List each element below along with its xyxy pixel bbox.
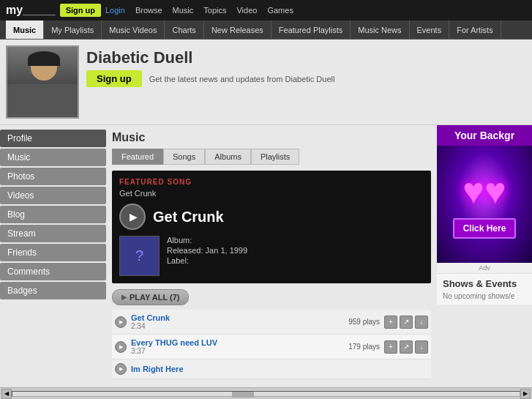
song-download-button-0[interactable]: ↓: [415, 316, 428, 329]
body-content: Profile Music Photos Videos Blog Stream …: [0, 125, 532, 387]
top-signup-button[interactable]: Sign up: [60, 4, 101, 17]
nav-music[interactable]: Music: [173, 6, 194, 15]
song-share-button-1[interactable]: ↗: [400, 340, 413, 354]
song-plays-0: 959 plays: [348, 318, 380, 326]
avatar-inner: [7, 47, 78, 117]
tab-featured[interactable]: Featured: [112, 149, 163, 165]
avatar: [6, 45, 79, 119]
song-play-button-0[interactable]: [115, 316, 127, 328]
background-image-area: ♥♥ Click Here: [437, 146, 532, 263]
adv-label: Adv: [437, 263, 532, 274]
shows-events-section: Shows & Events No upcoming shows/e: [437, 274, 532, 305]
sidebar-item-friends[interactable]: Friends: [0, 244, 106, 261]
top-nav-links: Browse Music Topics Video Games: [135, 6, 293, 15]
scroll-right-arrow[interactable]: ▶: [520, 389, 531, 399]
scrollbar-thumb[interactable]: [232, 392, 254, 398]
second-nav-playlists[interactable]: My Playlists: [44, 20, 102, 39]
song-download-button-1[interactable]: ↓: [415, 340, 428, 354]
table-row: Get Crunk 2:34 959 plays + ↗ ↓: [112, 310, 431, 335]
shows-events-title: Shows & Events: [443, 278, 526, 289]
second-nav-music-news[interactable]: Music News: [351, 20, 409, 39]
tab-albums[interactable]: Albums: [205, 149, 251, 165]
album-art: ?: [119, 236, 160, 276]
your-background-title: Your Backgr: [437, 125, 532, 146]
song-name-0[interactable]: Get Crunk: [131, 313, 348, 322]
song-share-button-0[interactable]: ↗: [400, 316, 413, 329]
song-info-1: Every THUG need LUV 3:37: [131, 338, 348, 355]
tab-songs[interactable]: Songs: [163, 149, 205, 165]
profile-signup-button[interactable]: Sign up: [86, 70, 142, 87]
logo-underline: _____: [23, 4, 56, 16]
second-nav-music[interactable]: Music: [6, 20, 44, 39]
center-content: Music Featured Songs Albums Playlists FE…: [106, 125, 437, 387]
nav-browse[interactable]: Browse: [135, 6, 162, 15]
second-nav: Music My Playlists Music Videos Charts N…: [0, 20, 532, 40]
scroll-left-arrow[interactable]: ◀: [1, 389, 12, 399]
featured-song-sidebar-name: Get Crunk: [119, 189, 424, 198]
released-value: Jan 1, 1999: [206, 246, 248, 255]
song-name-2[interactable]: Im Right Here: [131, 365, 428, 373]
second-nav-for-artists[interactable]: For Artists: [449, 20, 501, 39]
top-login-button[interactable]: Login: [105, 6, 125, 15]
sidebar: Profile Music Photos Videos Blog Stream …: [0, 125, 106, 387]
top-nav: my_____ Sign up Login Browse Music Topic…: [0, 0, 532, 20]
song-play-button-2[interactable]: [115, 363, 127, 375]
featured-song-title-big: Get Crunk: [153, 209, 224, 225]
heart-icon: ♥♥: [462, 170, 506, 212]
no-shows-text: No upcoming shows/e: [443, 292, 526, 300]
profile-row: Diabetic Duell Sign up Get the latest ne…: [0, 40, 532, 125]
profile-actions: Sign up Get the latest news and updates …: [86, 70, 526, 87]
logo: my_____: [6, 4, 56, 17]
sidebar-item-comments[interactable]: Comments: [0, 263, 106, 280]
second-nav-charts[interactable]: Charts: [165, 20, 203, 39]
second-nav-events[interactable]: Events: [410, 20, 450, 39]
featured-right: Album: Released: Jan 1, 1999 Label:: [167, 236, 424, 276]
sidebar-item-videos[interactable]: Videos: [0, 187, 106, 204]
label-row: Label:: [167, 256, 424, 265]
featured-label: FEATURED SONG: [119, 178, 424, 186]
click-here-button[interactable]: Click Here: [453, 218, 517, 239]
sidebar-item-music[interactable]: Music: [0, 149, 106, 166]
second-nav-new-releases[interactable]: New Releases: [204, 20, 271, 39]
tab-playlists[interactable]: Playlists: [251, 149, 299, 165]
song-actions-0: + ↗ ↓: [384, 316, 428, 329]
album-label: Album:: [167, 236, 192, 245]
scrollbar-track[interactable]: [12, 391, 520, 397]
play-all-button[interactable]: PLAY ALL (7): [112, 289, 189, 305]
released-label: Released:: [167, 246, 203, 255]
sidebar-item-badges[interactable]: Badges: [0, 282, 106, 299]
song-info-0: Get Crunk 2:34: [131, 313, 348, 330]
scrollbar-bottom: ◀ ▶: [0, 387, 532, 399]
featured-play-button[interactable]: [119, 204, 146, 230]
song-info-2: Im Right Here: [131, 365, 428, 373]
featured-bottom: ? Album: Released: Jan 1, 1999 Label:: [119, 236, 424, 276]
released-row: Released: Jan 1, 1999: [167, 246, 424, 255]
featured-player: Get Crunk: [119, 204, 424, 230]
profile-text-area: Diabetic Duell Sign up Get the latest ne…: [86, 45, 526, 119]
page: my_____ Sign up Login Browse Music Topic…: [0, 0, 532, 399]
second-nav-featured-playlists[interactable]: Featured Playlists: [271, 20, 351, 39]
nav-topics[interactable]: Topics: [203, 6, 226, 15]
nav-games[interactable]: Games: [267, 6, 293, 15]
sidebar-item-profile[interactable]: Profile: [0, 130, 106, 147]
song-play-button-1[interactable]: [115, 341, 127, 353]
sidebar-item-blog[interactable]: Blog: [0, 206, 106, 223]
song-add-button-1[interactable]: +: [384, 340, 397, 354]
song-list: Get Crunk 2:34 959 plays + ↗ ↓ Every THU…: [112, 310, 431, 379]
song-add-button-0[interactable]: +: [384, 316, 397, 329]
sidebar-item-stream[interactable]: Stream: [0, 225, 106, 242]
song-duration-1: 3:37: [131, 347, 348, 355]
section-title: Music: [112, 131, 431, 144]
profile-description: Get the latest news and updates from Dia…: [149, 75, 335, 83]
nav-video[interactable]: Video: [236, 6, 257, 15]
label-label: Label:: [167, 256, 189, 265]
sidebar-item-photos[interactable]: Photos: [0, 168, 106, 185]
album-row: Album:: [167, 236, 424, 245]
table-row: Every THUG need LUV 3:37 179 plays + ↗ ↓: [112, 335, 431, 359]
song-name-1[interactable]: Every THUG need LUV: [131, 338, 348, 347]
album-art-icon: ?: [135, 247, 143, 264]
right-sidebar: Your Backgr ♥♥ Click Here Adv Shows & Ev…: [437, 125, 532, 387]
second-nav-videos[interactable]: Music Videos: [102, 20, 165, 39]
table-row: Im Right Here: [112, 359, 431, 379]
featured-area: FEATURED SONG Get Crunk Get Crunk ? Albu…: [112, 171, 431, 283]
